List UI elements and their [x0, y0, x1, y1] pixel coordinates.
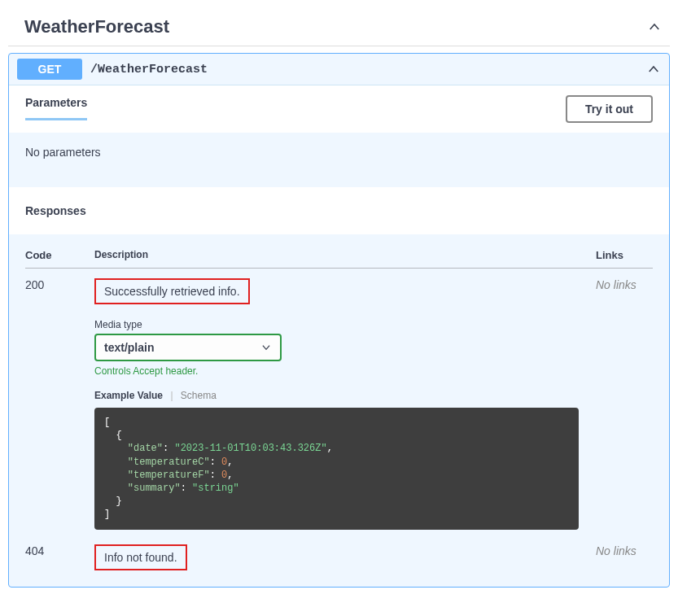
media-type-select[interactable]: text/plain: [94, 334, 282, 361]
endpoint-path: /WeatherForecast: [90, 63, 646, 76]
chevron-up-icon: [647, 20, 662, 34]
response-links: No links: [596, 544, 653, 570]
response-code: 200: [25, 278, 94, 530]
media-type-label: Media type: [94, 319, 596, 330]
endpoint-header[interactable]: GET /WeatherForecast: [9, 54, 669, 85]
response-description: Info not found.: [94, 544, 187, 570]
media-type-value: text/plain: [104, 341, 154, 354]
col-header-links: Links: [596, 249, 653, 261]
try-it-out-button[interactable]: Try it out: [566, 95, 653, 123]
tab-schema[interactable]: Schema: [181, 390, 217, 401]
tab-divider: |: [170, 390, 173, 401]
responses-heading: Responses: [25, 204, 86, 217]
responses-header: Responses: [9, 187, 669, 234]
no-parameters-text: No parameters: [9, 133, 669, 187]
response-description-cell: Successfully retrieved info. Media type …: [94, 278, 596, 530]
response-row: 404 Info not found. No links: [25, 530, 653, 570]
col-header-description: Description: [94, 249, 596, 261]
col-header-code: Code: [25, 249, 94, 261]
response-description-cell: Info not found.: [94, 544, 596, 570]
example-tabs: Example Value | Schema: [94, 390, 596, 401]
media-type-hint: Controls Accept header.: [94, 365, 596, 377]
response-row: 200 Successfully retrieved info. Media t…: [25, 269, 653, 530]
response-description: Successfully retrieved info.: [94, 278, 250, 304]
example-code-block: [ { "date": "2023-11-01T10:03:43.326Z", …: [94, 408, 579, 530]
response-links: No links: [596, 278, 653, 530]
parameters-section: Parameters Try it out: [9, 85, 669, 133]
tab-example-value[interactable]: Example Value: [94, 390, 163, 401]
method-badge: GET: [17, 59, 82, 80]
chevron-down-icon: [260, 342, 272, 353]
responses-table-header: Code Description Links: [25, 234, 653, 269]
responses-table: Code Description Links 200 Successfully …: [9, 234, 669, 587]
endpoint-container: GET /WeatherForecast Parameters Try it o…: [8, 53, 670, 588]
response-code: 404: [25, 544, 94, 570]
chevron-up-icon: [646, 62, 661, 76]
section-title: WeatherForecast: [24, 16, 169, 37]
section-header[interactable]: WeatherForecast: [8, 8, 670, 46]
parameters-heading: Parameters: [25, 96, 87, 109]
